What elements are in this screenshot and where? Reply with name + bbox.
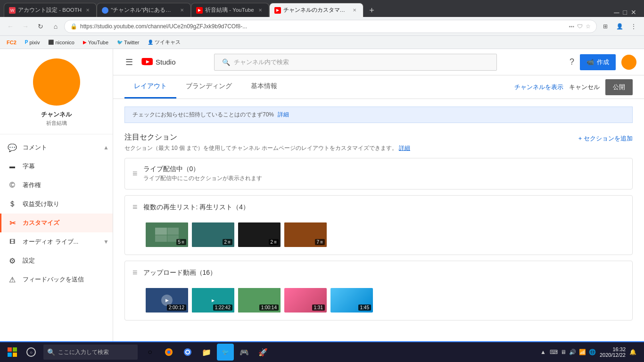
profile-icon[interactable]: 👤	[613, 20, 626, 33]
sidebar-item-customize[interactable]: ✂ カスタマイズ	[0, 214, 113, 232]
playlist-thumb-3[interactable]: 2 ≡	[238, 222, 281, 247]
section-playlist-header: ≡ 複数の再生リスト: 再生リスト（4）	[125, 196, 632, 219]
bookmark-twitter[interactable]: 🐦 Twitter	[114, 39, 142, 46]
bookmark-twitcas[interactable]: 👤 ツイキャス	[145, 38, 183, 47]
sections-header: 注目セクション セクション（最大 10 個 まで）を使用してチャンネル ホームペ…	[124, 132, 633, 152]
settings-icon[interactable]: ⋮	[627, 20, 640, 33]
tab-3-close[interactable]: ✕	[256, 7, 264, 14]
sections-detail-link[interactable]: 詳細	[399, 145, 410, 151]
bookmark-niconico[interactable]: ⬛ niconico	[45, 39, 77, 46]
sidebar-item-settings[interactable]: ⚙ 設定	[0, 251, 113, 270]
tab-2[interactable]: "チャンネル"内にある注目チャンネル... ✕	[97, 3, 191, 17]
tab-2-close[interactable]: ✕	[178, 7, 186, 14]
windows-start-button[interactable]	[4, 344, 21, 361]
taskbar-sound-icon[interactable]: 🔊	[569, 349, 576, 355]
taskbar-search-icon[interactable]: ○	[23, 344, 40, 361]
channel-avatar	[33, 58, 80, 106]
taskbar-app5[interactable]: 🎮	[236, 344, 253, 361]
sidebar-item-copyright[interactable]: © 著作権	[0, 176, 113, 195]
create-button[interactable]: 📹 作成	[580, 54, 616, 70]
drag-handle-uploads[interactable]: ≡	[132, 268, 138, 278]
tab-4[interactable]: ▶ チャンネルのカスタマイズ - YouTub... ✕	[269, 3, 363, 17]
cancel-button[interactable]: キャンセル	[569, 83, 600, 91]
taskbar-monitor-icon[interactable]: 🖥	[561, 349, 566, 355]
home-button[interactable]: ⌂	[49, 20, 62, 33]
sidebar-feedback-label: フィードバックを送信	[23, 275, 84, 284]
refresh-button[interactable]: ↻	[34, 20, 47, 33]
tab-4-close[interactable]: ✕	[351, 7, 358, 14]
taskbar-show-desktop[interactable]: ▲	[540, 349, 546, 355]
playlist-4-count: 7 ≡	[315, 239, 325, 245]
playlist-thumb-1[interactable]: 5 ≡	[146, 222, 188, 247]
bookmark-fc2[interactable]: FC2	[4, 39, 19, 46]
tab-1-close[interactable]: ✕	[84, 7, 91, 14]
bookmark-youtube[interactable]: ▶ YouTube	[80, 39, 111, 46]
playlist-thumbs: 5 ≡ 2 ≡	[146, 222, 327, 247]
studio-topbar: ☰ Studio 🔍 チャンネル内で検索 ? 📹 作成	[113, 49, 644, 75]
maximize-button[interactable]: □	[623, 8, 627, 17]
section-playlist-title: 複数の再生リスト: 再生リスト（4）	[143, 203, 250, 212]
url-bar[interactable]: 🔒 https://studio.youtube.com/channel/UCe…	[64, 20, 597, 33]
back-button[interactable]: ←	[4, 20, 17, 33]
studio-text: Studio	[156, 58, 176, 66]
audio-icon: 🎞	[8, 237, 17, 247]
sidebar-item-audio[interactable]: 🎞 オーディオ ライブ... ▼	[0, 232, 113, 251]
video-thumb-5[interactable]: 1:45	[330, 288, 373, 313]
taskbar-twitter-app[interactable]: 🐦	[217, 344, 234, 361]
taskbar-notification[interactable]: 🔔	[629, 349, 636, 355]
video-thumb-4[interactable]: 1:31	[284, 288, 327, 313]
bookmark-pixiv[interactable]: P pixiv	[22, 39, 43, 46]
tab-3[interactable]: ▶ 祈音結璃 - YouTube ✕	[191, 3, 269, 17]
sidebar-item-comment[interactable]: 💬 コメント ▲	[0, 138, 113, 157]
sidebar-item-revenue[interactable]: ＄ 収益受け取り	[0, 195, 113, 214]
minimize-button[interactable]: ─	[614, 8, 619, 17]
user-avatar[interactable]	[621, 55, 636, 70]
twitter-app-icon: 🐦	[222, 349, 229, 355]
taskbar-lang-icon[interactable]: 🌐	[589, 349, 596, 355]
sidebar-comment-label: コメント	[23, 143, 47, 152]
taskbar: ○ 🔍 ここに入力して検索 ○ 📁 🐦 🎮 🚀 ▲	[0, 341, 644, 362]
add-section-button[interactable]: + セクションを追加	[578, 134, 633, 143]
taskbar-cortana[interactable]: ○	[141, 344, 158, 361]
twitter-bird-icon: 🐦	[117, 40, 123, 45]
youtube-icon: ▶	[83, 40, 87, 45]
revenue-icon: ＄	[8, 199, 17, 209]
star-icon[interactable]: ☆	[586, 23, 591, 30]
tab-basicinfo[interactable]: 基本情報	[241, 75, 287, 99]
taskbar-files[interactable]: 📁	[198, 344, 215, 361]
playlist-1-count: 5 ≡	[176, 239, 186, 245]
sidebar-item-feedback[interactable]: ⚠ フィードバックを送信	[0, 270, 113, 289]
video-thumb-1[interactable]: ▶ 2:00:12	[146, 288, 188, 313]
tab-1[interactable]: W アカウント設定 - BOOTH ✕	[4, 3, 97, 17]
taskbar-clock[interactable]: 16:32 2020/12/22	[600, 346, 626, 358]
section-uploads-info: アップロード動画（16）	[143, 269, 217, 277]
section-uploads-header: ≡ アップロード動画（16）	[125, 261, 632, 284]
new-tab-button[interactable]: +	[365, 4, 379, 17]
twitter-label: Twitter	[124, 40, 139, 45]
help-icon[interactable]: ?	[570, 57, 574, 67]
close-browser-button[interactable]: ✕	[631, 8, 636, 17]
hamburger-menu[interactable]: ☰	[121, 54, 138, 71]
publish-button[interactable]: 公開	[605, 79, 633, 95]
video-thumb-2[interactable]: ▶ 1:22:42	[192, 288, 234, 313]
forward-button[interactable]: →	[19, 20, 32, 33]
playlist-thumb-4[interactable]: 7 ≡	[284, 222, 327, 247]
search-input[interactable]: 🔍 チャンネル内で検索	[214, 54, 497, 71]
tab-branding[interactable]: ブランディング	[176, 75, 241, 99]
taskbar-firefox[interactable]	[160, 344, 177, 361]
tab-layout[interactable]: レイアウト	[124, 75, 176, 99]
taskbar-search-bar[interactable]: 🔍 ここに入力して検索	[43, 345, 138, 360]
drag-handle-live[interactable]: ≡	[132, 169, 138, 179]
notice-link[interactable]: 詳細	[278, 111, 289, 119]
taskbar-network-icon[interactable]: 📶	[579, 349, 586, 355]
playlist-thumb-2[interactable]: 2 ≡	[192, 222, 234, 247]
view-channel-link[interactable]: チャンネルを表示	[514, 83, 563, 91]
tab-3-label: 祈音結璃 - YouTube	[205, 7, 254, 14]
taskbar-app6[interactable]: 🚀	[255, 344, 272, 361]
section-live-desc: ライブ配信中にこのセクションが表示されます	[143, 174, 262, 182]
video-thumb-3[interactable]: 1:00:14	[238, 288, 281, 313]
drag-handle-playlist[interactable]: ≡	[132, 202, 138, 212]
taskbar-chrome[interactable]	[179, 344, 196, 361]
extensions-icon[interactable]: ⊞	[599, 20, 612, 33]
sidebar-item-subtitle[interactable]: ▬ 字幕	[0, 157, 113, 176]
